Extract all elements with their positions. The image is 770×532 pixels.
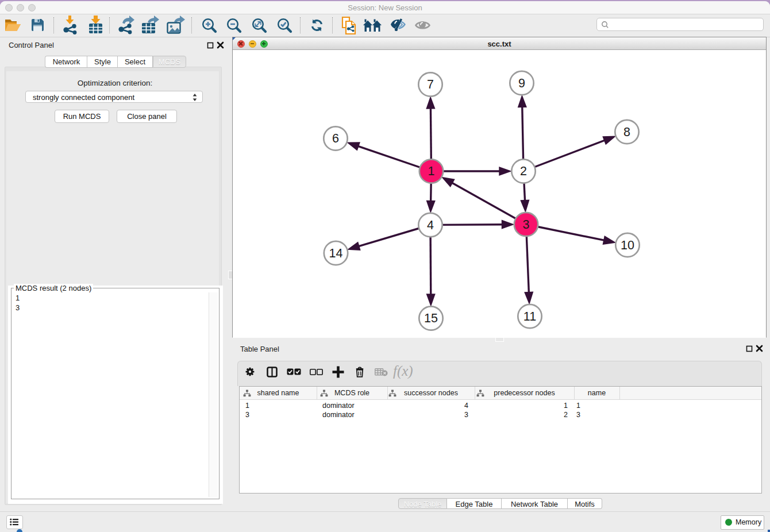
svg-text:7: 7 bbox=[427, 78, 434, 91]
svg-text:9: 9 bbox=[518, 76, 525, 90]
svg-text:1: 1 bbox=[428, 164, 435, 178]
svg-text:4: 4 bbox=[427, 218, 434, 232]
svg-text:3: 3 bbox=[523, 218, 530, 232]
svg-text:2: 2 bbox=[520, 164, 527, 178]
svg-text:15: 15 bbox=[424, 311, 438, 325]
svg-text:14: 14 bbox=[329, 246, 343, 260]
svg-text:6: 6 bbox=[332, 132, 339, 145]
svg-text:11: 11 bbox=[523, 310, 536, 323]
svg-text:8: 8 bbox=[623, 125, 630, 139]
svg-text:10: 10 bbox=[621, 238, 634, 252]
